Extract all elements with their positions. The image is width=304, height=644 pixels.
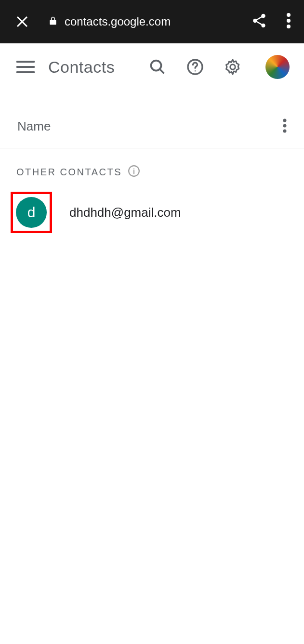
svg-line-6: [160, 69, 164, 74]
svg-point-4: [287, 25, 291, 28]
browser-bar: contacts.google.com: [0, 0, 304, 43]
list-header: Name: [0, 105, 304, 148]
profile-avatar[interactable]: [265, 55, 290, 79]
contact-row[interactable]: d dhdhdh@gmail.com: [0, 192, 304, 233]
svg-point-2: [287, 13, 291, 17]
page-title: Contacts: [48, 58, 135, 77]
section-header: OTHER CONTACTS: [0, 165, 304, 179]
svg-point-3: [287, 19, 291, 23]
svg-point-10: [283, 118, 287, 122]
help-icon[interactable]: [186, 58, 204, 76]
menu-icon[interactable]: [16, 58, 35, 76]
column-header-name: Name: [17, 119, 51, 134]
lock-icon: [48, 15, 58, 28]
svg-point-8: [195, 70, 196, 71]
svg-point-11: [283, 124, 287, 127]
contact-email: dhdhdh@gmail.com: [69, 205, 181, 220]
contact-initial: d: [27, 204, 36, 221]
svg-point-14: [133, 169, 134, 170]
list-more-icon[interactable]: [283, 118, 287, 135]
svg-point-5: [151, 61, 161, 71]
gear-icon[interactable]: [224, 58, 241, 76]
info-icon[interactable]: [128, 165, 140, 179]
search-icon[interactable]: [149, 58, 166, 76]
url-text: contacts.google.com: [65, 15, 171, 28]
share-icon[interactable]: [251, 13, 267, 31]
svg-point-9: [230, 65, 236, 70]
svg-point-12: [283, 129, 287, 132]
contact-avatar-highlight: d: [11, 192, 52, 233]
browser-more-icon[interactable]: [287, 13, 291, 31]
section-label: OTHER CONTACTS: [16, 167, 122, 178]
close-icon[interactable]: [13, 13, 31, 30]
url-area[interactable]: contacts.google.com: [48, 15, 241, 28]
contact-avatar[interactable]: d: [16, 197, 47, 228]
app-header: Contacts: [0, 43, 304, 91]
